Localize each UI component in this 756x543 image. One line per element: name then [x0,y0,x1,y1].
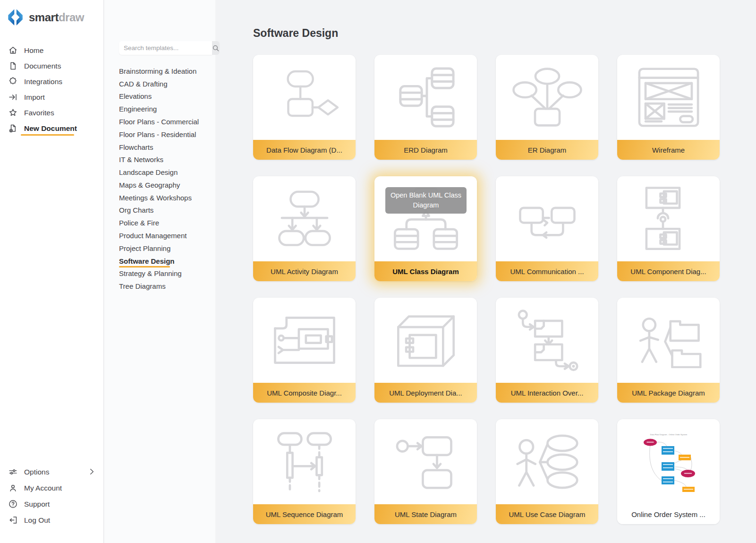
sidebar-item-label: Favorites [24,109,54,117]
category-strategy-planning[interactable]: Strategy & Planning [119,267,199,280]
smartdraw-logo[interactable]: smartdraw [0,0,103,27]
category-product-management[interactable]: Product Management [119,229,199,242]
data-flow-diagram-icon [269,68,340,127]
sidebar-item-label: Options [24,468,49,476]
sidebar-item-options[interactable]: Options [0,464,103,480]
sidebar-item-log-out[interactable]: Log Out [0,512,103,528]
template-card-label: ER Diagram [496,140,598,160]
template-card-label: UML Deployment Dia... [374,383,477,403]
sidebar-item-label: Support [24,500,50,508]
sidebar-item-import[interactable]: Import [0,89,103,105]
sidebar-footer: Options My Account Support Log Out [0,464,103,543]
chevron-right-icon[interactable] [87,467,96,476]
sidebar-item-label: Integrations [24,78,62,86]
template-card-uml-sequence-diagram[interactable]: UML Sequence Diagram [253,419,356,524]
open-blank-template-button[interactable]: Open Blank UML Class Diagram [385,187,467,214]
template-card-data-flow-diagram[interactable]: Data Flow Diagram (D... [253,55,356,160]
wireframe-icon [636,67,702,128]
uml-activity-icon [270,190,340,248]
template-card-uml-component-diagram[interactable]: UML Component Diag... [617,176,720,281]
template-card-uml-interaction-overview[interactable]: UML Interaction Over... [496,298,598,403]
sidebar-item-new-document[interactable]: New Document [0,121,103,136]
template-card-online-order-system[interactable]: Data Flow Diagram - Online Order System [617,419,720,524]
sidebar-item-label: Home [24,46,43,54]
sidebar-item-label: Import [24,93,45,101]
sidebar-item-integrations[interactable]: Integrations [0,74,103,89]
erd-diagram-icon [396,65,456,129]
template-card-label: Wireframe [617,140,720,160]
er-diagram-icon [512,67,583,128]
category-police-fire[interactable]: Police & Fire [119,216,199,229]
template-grid: Data Flow Diagram (D... ERD Diagram ER D… [253,55,720,524]
template-card-label: UML State Diagram [374,504,477,524]
sidebar-item-my-account[interactable]: My Account [0,480,103,496]
new-document-icon [8,123,18,133]
sidebar-nav: Home Documents Integrations Import Favor… [0,43,103,136]
uml-state-icon [394,433,458,491]
template-card-uml-use-case-diagram[interactable]: UML Use Case Diagram [496,419,598,524]
template-card-uml-package-diagram[interactable]: UML Package Diagram [617,298,720,403]
document-icon [8,61,18,71]
page-title: Software Design [253,27,338,40]
category-it-networks[interactable]: IT & Networks [119,153,199,166]
sidebar-item-support[interactable]: Support [0,496,103,512]
category-floor-plans-commercial[interactable]: Floor Plans - Commercial [119,115,199,128]
star-icon [8,108,18,118]
category-org-charts[interactable]: Org Charts [119,204,199,217]
uml-deployment-icon [394,312,458,369]
template-card-er-diagram[interactable]: ER Diagram [496,55,598,160]
template-card-label: UML Interaction Over... [496,383,598,403]
template-card-label: UML Component Diag... [617,261,720,281]
app-sidebar: smartdraw Home Documents Integrations Im… [0,0,104,543]
logout-icon [8,515,18,525]
category-floor-plans-residential[interactable]: Floor Plans - Residential [119,128,199,141]
home-icon [8,45,18,55]
template-card-label: UML Composite Diagr... [253,383,356,403]
template-card-uml-deployment-diagram[interactable]: UML Deployment Dia... [374,298,477,403]
svg-text:Data Flow Diagram - Online Ord: Data Flow Diagram - Online Order System [650,433,687,436]
smartdraw-wordmark: smartdraw [29,11,84,24]
template-card-label: UML Class Diagram [374,261,477,281]
sidebar-item-home[interactable]: Home [0,43,103,58]
sidebar-item-documents[interactable]: Documents [0,58,103,74]
template-card-uml-communication-diagram[interactable]: UML Communication ... [496,176,598,281]
active-item-underline [21,134,74,136]
category-elevations[interactable]: Elevations [119,90,199,103]
category-landscape-design[interactable]: Landscape Design [119,166,199,179]
template-card-label: ERD Diagram [374,140,477,160]
template-category-panel: Brainstorming & Ideation CAD & Drafting … [104,0,215,543]
online-order-thumbnail: Data Flow Diagram - Online Order System [639,431,698,492]
category-flowcharts[interactable]: Flowcharts [119,141,199,154]
category-project-planning[interactable]: Project Planning [119,242,199,255]
template-card-label: UML Use Case Diagram [496,504,598,524]
sidebar-item-label: New Document [24,124,77,132]
template-card-uml-activity-diagram[interactable]: UML Activity Diagram [253,176,356,281]
template-card-label: UML Activity Diagram [253,261,356,281]
category-cad-drafting[interactable]: CAD & Drafting [119,78,199,90]
category-software-design[interactable]: Software Design [119,255,199,267]
main-content: Software Design Data Flow Diagram (D... … [216,0,756,543]
uml-sequence-icon [273,431,336,493]
template-card-uml-state-diagram[interactable]: UML State Diagram [374,419,477,524]
category-list: Brainstorming & Ideation CAD & Drafting … [119,65,199,293]
sidebar-item-label: Log Out [24,516,50,524]
category-maps-geography[interactable]: Maps & Geography [119,179,199,191]
uml-interaction-icon [514,309,581,372]
category-brainstorming-ideation[interactable]: Brainstorming & Ideation [119,65,199,78]
template-search [119,41,202,55]
template-card-wireframe[interactable]: Wireframe [617,55,720,160]
template-card-uml-composite-diagram[interactable]: UML Composite Diagr... [253,298,356,403]
template-card-erd-diagram[interactable]: ERD Diagram [374,55,477,160]
sidebar-item-favorites[interactable]: Favorites [0,105,103,121]
template-card-label: UML Sequence Diagram [253,504,356,524]
category-label: Software Design [119,257,175,265]
sliders-icon [8,467,18,477]
category-engineering[interactable]: Engineering [119,103,199,115]
search-input[interactable] [119,41,212,55]
template-card-uml-class-diagram[interactable]: Open Blank UML Class Diagram UML Class D… [374,176,477,281]
category-meetings-workshops[interactable]: Meetings & Workshops [119,191,199,204]
puzzle-icon [8,77,18,86]
sidebar-item-label: My Account [24,484,62,492]
category-tree-diagrams[interactable]: Tree Diagrams [119,280,199,293]
uml-communication-icon [514,195,581,243]
